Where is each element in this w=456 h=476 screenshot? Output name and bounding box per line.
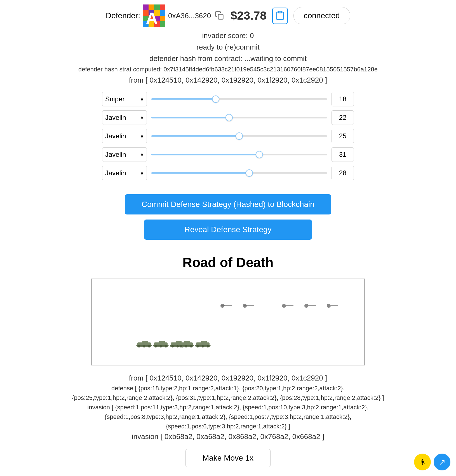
sniper-icon-2	[243, 303, 255, 309]
sliders-section: Sniper ∨ 18 Javelin ∨ 22 Javelin ∨	[102, 92, 354, 180]
header: Defender: A 0xA	[0, 0, 456, 31]
commit-button[interactable]: Commit Defense Strategy (Hashed) to Bloc…	[125, 194, 331, 214]
svg-point-30	[155, 345, 157, 347]
from-values: from [ 0x124510, 0x142920, 0x192920, 0x1…	[129, 76, 327, 85]
defense-unit-2	[243, 302, 255, 311]
svg-point-53	[207, 345, 209, 347]
slider-input-0[interactable]	[151, 98, 327, 100]
svg-text:A: A	[146, 9, 158, 27]
svg-rect-65	[330, 305, 338, 306]
defense-unit-5	[326, 302, 339, 311]
bottom-invasion-line2: {speed:1,pos:8,type:3,hp:2,range:1,attac…	[105, 413, 351, 421]
defender-label: Defender:	[106, 11, 140, 20]
defender-address: 0xA36...3620	[168, 11, 211, 20]
weapon-select-1[interactable]: Javelin ∨	[102, 110, 147, 125]
weapon-select-2[interactable]: Javelin ∨	[102, 129, 147, 143]
copy-address-button[interactable]	[214, 10, 225, 22]
defense-unit-3	[282, 302, 294, 311]
slider-input-1[interactable]	[151, 117, 327, 118]
defender-hash-computed: defender hash strat computed: 0x7f3145ff…	[78, 66, 378, 73]
slider-input-2[interactable]	[151, 135, 327, 137]
slider-row-3: Javelin ∨ 31	[102, 147, 354, 162]
slider-input-4[interactable]	[151, 172, 327, 174]
chevron-down-icon-4: ∨	[140, 170, 144, 176]
invasion-group-2	[178, 340, 211, 348]
chevron-down-icon-3: ∨	[140, 151, 144, 158]
slider-value-3: 31	[332, 147, 354, 162]
svg-rect-49	[201, 341, 207, 343]
price-display: $23.78	[231, 9, 266, 22]
svg-rect-17	[218, 14, 223, 19]
defender-info: Defender: A 0xA	[106, 4, 225, 27]
slider-value-0: 18	[332, 92, 354, 106]
tank-unit-1b	[153, 340, 169, 348]
chevron-down-icon-2: ∨	[140, 133, 144, 139]
reveal-button[interactable]: Reveal Defense Strategy	[144, 220, 312, 240]
svg-point-46	[190, 345, 192, 347]
weapon-select-4[interactable]: Javelin ∨	[102, 166, 147, 180]
slider-input-3[interactable]	[151, 154, 327, 155]
bottom-invasion-line3: {speed:1,pos:6,type:3,hp:2,range:1,attac…	[166, 423, 290, 430]
svg-rect-11	[160, 16, 165, 21]
slider-container-4[interactable]	[151, 170, 327, 176]
connected-button[interactable]: connected	[293, 7, 350, 24]
game-title: Road of Death	[182, 255, 273, 270]
svg-rect-55	[224, 305, 232, 306]
svg-rect-42	[184, 341, 190, 343]
svg-rect-61	[286, 305, 293, 306]
svg-rect-3	[160, 4, 165, 10]
svg-point-31	[160, 345, 162, 347]
svg-point-24	[143, 345, 145, 347]
svg-rect-18	[278, 11, 282, 13]
clipboard-button[interactable]	[272, 8, 288, 24]
svg-point-51	[197, 345, 199, 347]
svg-rect-28	[159, 341, 165, 343]
slider-container-3[interactable]	[151, 152, 327, 157]
slider-container-2[interactable]	[151, 133, 327, 139]
arrow-icon: ↗	[439, 458, 445, 467]
invader-score: invader score: 0	[202, 31, 254, 40]
tank-unit-2a	[178, 340, 194, 348]
svg-rect-15	[160, 21, 165, 27]
slider-container-0[interactable]	[151, 96, 327, 102]
chevron-down-icon-1: ∨	[140, 115, 144, 121]
slider-row-1: Javelin ∨ 22	[102, 110, 354, 125]
tank-unit-2b	[195, 340, 211, 348]
svg-rect-63	[308, 305, 316, 306]
svg-point-32	[165, 345, 167, 347]
weapon-select-3[interactable]: Javelin ∨	[102, 147, 147, 162]
slider-row-2: Javelin ∨ 25	[102, 129, 354, 143]
action-buttons: Commit Defense Strategy (Hashed) to Bloc…	[125, 194, 331, 240]
bottom-info: from [ 0x124510, 0x142920, 0x192920, 0x1…	[61, 374, 395, 467]
slider-value-2: 25	[332, 129, 354, 143]
tank-unit-1a	[136, 340, 152, 348]
bottom-from-line: from [ 0x124510, 0x142920, 0x192920, 0x1…	[129, 374, 327, 382]
slider-value-4: 28	[332, 166, 354, 180]
svg-point-44	[180, 345, 182, 347]
sun-icon: ☀	[419, 458, 426, 467]
svg-point-45	[185, 345, 187, 347]
game-board	[91, 279, 365, 365]
status-text: ready to (re)commit	[196, 43, 259, 52]
sniper-icon-5	[326, 303, 339, 309]
weapon-select-0[interactable]: Sniper ∨	[102, 92, 147, 106]
defense-unit-4	[304, 302, 316, 311]
sniper-icon-3	[282, 303, 294, 309]
svg-rect-58	[246, 305, 254, 306]
svg-point-60	[282, 304, 286, 308]
defender-hash-contract: defender hash from contract: ...waiting …	[149, 54, 307, 63]
bottom-invasion-line: invasion [ {speed:1,pos:11,type:3,hp:2,r…	[87, 404, 368, 411]
corner-yellow-button[interactable]: ☀	[414, 454, 431, 470]
main-content: invader score: 0 ready to (re)commit def…	[0, 31, 456, 467]
make-move-button[interactable]: Make Move 1x	[185, 449, 271, 467]
svg-point-25	[148, 345, 150, 347]
slider-container-1[interactable]	[151, 115, 327, 120]
svg-rect-7	[160, 10, 165, 16]
svg-point-23	[138, 345, 140, 347]
slider-row-4: Javelin ∨ 28	[102, 166, 354, 180]
sniper-icon-4	[304, 303, 316, 309]
corner-blue-button[interactable]: ↗	[434, 454, 450, 470]
avatar: A	[143, 4, 165, 27]
svg-point-52	[202, 345, 204, 347]
defense-unit-1	[220, 302, 232, 311]
